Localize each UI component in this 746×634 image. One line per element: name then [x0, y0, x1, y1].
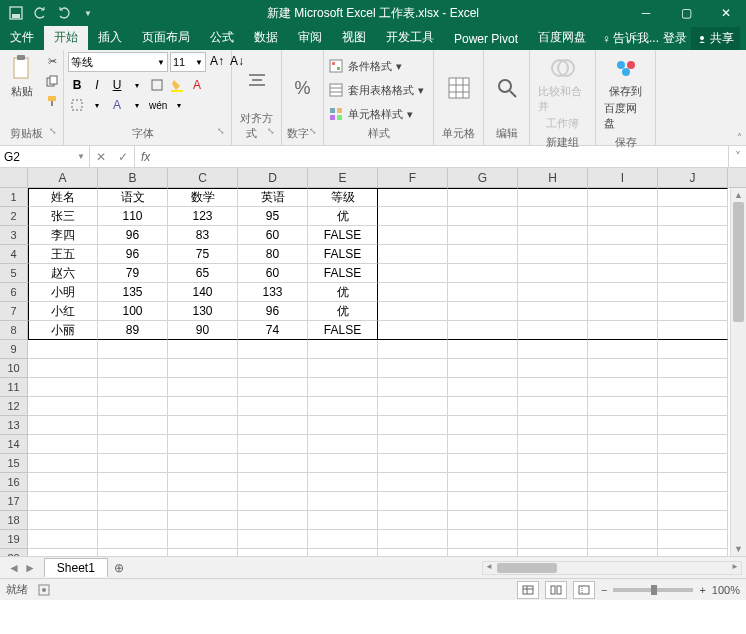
- cell[interactable]: 小丽: [28, 321, 98, 340]
- font-name-combo[interactable]: 等线▼: [68, 52, 168, 72]
- cell[interactable]: [168, 454, 238, 473]
- cell[interactable]: [308, 473, 378, 492]
- cell[interactable]: [518, 549, 588, 556]
- cell[interactable]: 135: [98, 283, 168, 302]
- font-size-combo[interactable]: 11▼: [170, 52, 206, 72]
- col-head[interactable]: E: [308, 168, 378, 187]
- cell[interactable]: [518, 454, 588, 473]
- cell[interactable]: [658, 416, 728, 435]
- cell[interactable]: 等级: [308, 188, 378, 207]
- cell[interactable]: [518, 264, 588, 283]
- cell[interactable]: 数学: [168, 188, 238, 207]
- cell[interactable]: [658, 473, 728, 492]
- cell[interactable]: [658, 340, 728, 359]
- col-head[interactable]: F: [378, 168, 448, 187]
- sheet-tab[interactable]: Sheet1: [44, 558, 108, 577]
- font-color-icon[interactable]: A: [188, 76, 206, 94]
- cell[interactable]: FALSE: [308, 321, 378, 340]
- page-break-view-icon[interactable]: [573, 581, 595, 599]
- cell[interactable]: [308, 340, 378, 359]
- cell[interactable]: [28, 359, 98, 378]
- cell[interactable]: [98, 530, 168, 549]
- spreadsheet-grid[interactable]: A B C D E F G H I J 1姓名语文数学英语等级2张三110123…: [0, 168, 746, 556]
- minimize-icon[interactable]: ─: [626, 0, 666, 26]
- format-as-table-button[interactable]: 套用表格格式 ▾: [328, 80, 424, 100]
- cell[interactable]: [238, 359, 308, 378]
- cell[interactable]: 100: [98, 302, 168, 321]
- cell[interactable]: 李四: [28, 226, 98, 245]
- cell[interactable]: [28, 549, 98, 556]
- row-head[interactable]: 2: [0, 207, 28, 226]
- name-box[interactable]: ▼: [0, 146, 90, 167]
- cell[interactable]: [658, 530, 728, 549]
- cell[interactable]: [518, 283, 588, 302]
- add-sheet-icon[interactable]: ⊕: [108, 561, 130, 575]
- cell[interactable]: [98, 492, 168, 511]
- cell[interactable]: [28, 473, 98, 492]
- cell[interactable]: [378, 492, 448, 511]
- cell[interactable]: [378, 435, 448, 454]
- cell[interactable]: 96: [238, 302, 308, 321]
- row-head[interactable]: 13: [0, 416, 28, 435]
- tab-data[interactable]: 数据: [244, 25, 288, 50]
- row-head[interactable]: 14: [0, 435, 28, 454]
- cell[interactable]: 赵六: [28, 264, 98, 283]
- cell[interactable]: [518, 492, 588, 511]
- cell[interactable]: 90: [168, 321, 238, 340]
- cell[interactable]: [378, 264, 448, 283]
- cell[interactable]: [378, 530, 448, 549]
- cell[interactable]: [238, 530, 308, 549]
- tab-review[interactable]: 审阅: [288, 25, 332, 50]
- cell[interactable]: 姓名: [28, 188, 98, 207]
- align-launcher-icon[interactable]: ⤡: [267, 126, 275, 136]
- row-head[interactable]: 9: [0, 340, 28, 359]
- cell[interactable]: [378, 340, 448, 359]
- compare-merge-button[interactable]: 比较和合并 工作簿: [534, 52, 591, 133]
- cell[interactable]: [308, 397, 378, 416]
- cell[interactable]: [588, 188, 658, 207]
- page-layout-view-icon[interactable]: [545, 581, 567, 599]
- bold-button[interactable]: B: [68, 76, 86, 94]
- cell[interactable]: 80: [238, 245, 308, 264]
- row-head[interactable]: 16: [0, 473, 28, 492]
- cell[interactable]: [378, 188, 448, 207]
- cell[interactable]: [588, 207, 658, 226]
- format-painter-icon[interactable]: [42, 92, 62, 110]
- cell[interactable]: [518, 340, 588, 359]
- cell[interactable]: [28, 454, 98, 473]
- cell[interactable]: [518, 378, 588, 397]
- row-head[interactable]: 1: [0, 188, 28, 207]
- row-head[interactable]: 17: [0, 492, 28, 511]
- col-head[interactable]: C: [168, 168, 238, 187]
- cell[interactable]: [658, 283, 728, 302]
- undo-icon[interactable]: [30, 3, 50, 23]
- normal-view-icon[interactable]: [517, 581, 539, 599]
- cell[interactable]: [518, 530, 588, 549]
- cell[interactable]: [448, 530, 518, 549]
- number-format-button[interactable]: %: [285, 72, 321, 104]
- cell[interactable]: [448, 492, 518, 511]
- row-head[interactable]: 10: [0, 359, 28, 378]
- cell[interactable]: [658, 397, 728, 416]
- cell[interactable]: [168, 511, 238, 530]
- cell[interactable]: [658, 492, 728, 511]
- row-head[interactable]: 20: [0, 549, 28, 556]
- cell[interactable]: [238, 492, 308, 511]
- cell[interactable]: [308, 511, 378, 530]
- cell[interactable]: [238, 416, 308, 435]
- cell[interactable]: [448, 416, 518, 435]
- cell[interactable]: [448, 397, 518, 416]
- cell[interactable]: [378, 454, 448, 473]
- cell[interactable]: [98, 473, 168, 492]
- macro-record-icon[interactable]: [38, 584, 50, 596]
- cell[interactable]: [518, 207, 588, 226]
- row-head[interactable]: 4: [0, 245, 28, 264]
- zoom-in-icon[interactable]: +: [699, 584, 705, 596]
- tab-file[interactable]: 文件: [0, 25, 44, 50]
- cell[interactable]: [28, 378, 98, 397]
- row-head[interactable]: 8: [0, 321, 28, 340]
- tab-view[interactable]: 视图: [332, 25, 376, 50]
- cell[interactable]: [658, 264, 728, 283]
- cell[interactable]: [518, 321, 588, 340]
- italic-button[interactable]: I: [88, 76, 106, 94]
